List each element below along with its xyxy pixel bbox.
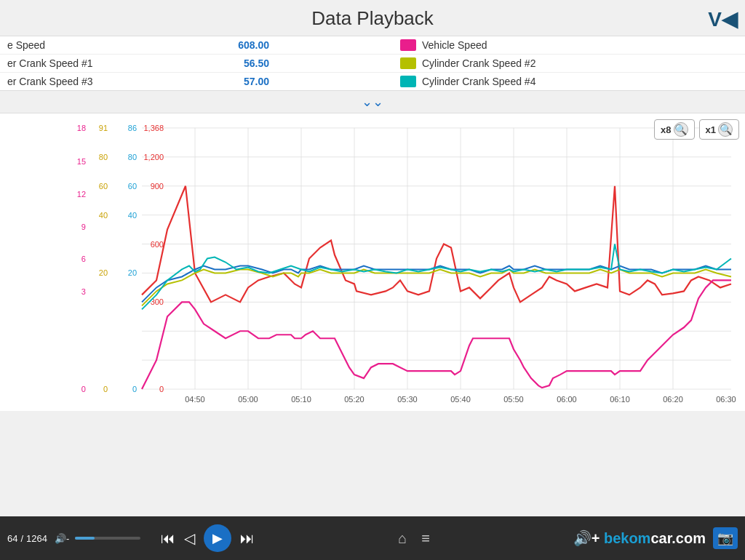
skip-fwd-button[interactable]: ⏭: [240, 530, 255, 547]
svg-text:05:30: 05:30: [397, 395, 417, 404]
svg-text:20: 20: [128, 268, 137, 277]
svg-text:06:10: 06:10: [610, 395, 629, 404]
svg-text:05:20: 05:20: [344, 395, 364, 404]
legend-right-2: Cylinder Crank Speed #2: [400, 57, 535, 69]
svg-text:91: 91: [99, 124, 108, 132]
progress-bar-container[interactable]: [75, 537, 140, 540]
svg-text:12: 12: [77, 190, 86, 199]
zoom-x8-icon: 🔍: [674, 122, 688, 137]
legend-value-3: 57.00: [211, 76, 269, 87]
legend-right-1: Vehicle Speed: [400, 39, 487, 51]
playback-counter: 64 / 1264 🔊-: [7, 533, 69, 544]
data-legend: e Speed 608.00 Vehicle Speed er Crank Sp…: [0, 36, 745, 91]
skip-back-button[interactable]: ⏮: [161, 530, 175, 547]
svg-text:900: 900: [151, 182, 164, 191]
svg-text:05:50: 05:50: [503, 395, 523, 404]
app-header: Data Playback V◀: [0, 0, 745, 36]
svg-text:06:30: 06:30: [716, 395, 736, 404]
legend-label-1: e Speed: [7, 39, 211, 51]
page-title: Data Playback: [311, 7, 434, 29]
chart-svg: 86 80 60 40 20 0 91 80 60 40 20 0 18 15 …: [0, 113, 745, 411]
right-section: 🔊+ bekomcar.com 📷: [573, 527, 738, 549]
legend-left-1: e Speed 608.00: [7, 39, 371, 51]
svg-text:0: 0: [103, 385, 108, 393]
svg-text:600: 600: [151, 240, 164, 249]
zoom-x8-button[interactable]: x8 🔍: [654, 119, 694, 140]
volume-icon: 🔊-: [55, 533, 69, 544]
svg-text:18: 18: [77, 124, 86, 132]
zoom-controls: x8 🔍 x1 🔍: [654, 119, 739, 140]
svg-text:0: 0: [132, 385, 137, 393]
svg-text:60: 60: [128, 182, 137, 191]
legend-right-label-1: Vehicle Speed: [422, 39, 487, 51]
home-icon[interactable]: ⌂: [398, 530, 407, 547]
svg-text:05:00: 05:00: [238, 395, 258, 404]
bottom-toolbar: 64 / 1264 🔊- ⏮ ◁ ▶ ⏭ ⌂ ≡ 🔊+ bekomcar.com…: [0, 516, 745, 560]
collapse-icon[interactable]: ⌄⌄: [362, 95, 383, 109]
svg-text:1,200: 1,200: [144, 153, 164, 161]
prev-button[interactable]: ◁: [184, 529, 195, 547]
zoom-x1-button[interactable]: x1 🔍: [699, 119, 739, 140]
legend-right-label-2: Cylinder Crank Speed #2: [422, 57, 535, 69]
legend-left-3: er Crank Speed #3 57.00: [7, 76, 371, 87]
svg-text:20: 20: [99, 268, 108, 277]
color-swatch-1: [400, 39, 416, 51]
legend-value-1: 608.00: [211, 39, 269, 51]
svg-text:05:10: 05:10: [291, 395, 311, 404]
svg-text:9: 9: [81, 223, 86, 231]
svg-text:40: 40: [128, 211, 137, 220]
playback-controls: ⏮ ◁ ▶ ⏭: [161, 524, 255, 552]
svg-text:0: 0: [159, 385, 164, 393]
legend-left-2: er Crank Speed #1 56.50: [7, 57, 371, 69]
svg-text:40: 40: [99, 211, 108, 220]
total-frames: 1264: [26, 533, 47, 544]
legend-right-label-3: Cylinder Crank Speed #4: [422, 76, 535, 87]
brand-name: bekom: [604, 530, 650, 546]
progress-bar-fill: [75, 537, 95, 540]
svg-text:0: 0: [81, 385, 86, 393]
legend-row-3: er Crank Speed #3 57.00 Cylinder Crank S…: [0, 73, 745, 90]
color-swatch-2: [400, 57, 416, 69]
camera-icon: 📷: [713, 527, 738, 549]
menu-icon[interactable]: ≡: [421, 530, 430, 547]
legend-row-2: er Crank Speed #1 56.50 Cylinder Crank S…: [0, 55, 745, 73]
svg-text:06:00: 06:00: [557, 395, 576, 404]
position-separator: /: [20, 533, 23, 544]
current-position: 64: [7, 533, 17, 544]
zoom-x1-icon: 🔍: [718, 122, 733, 137]
svg-text:04:50: 04:50: [185, 395, 204, 404]
legend-value-2: 56.50: [211, 57, 269, 69]
play-button[interactable]: ▶: [204, 524, 231, 552]
svg-text:80: 80: [99, 153, 108, 161]
brand-text: 🔊+ bekomcar.com: [573, 529, 706, 547]
svg-text:1,368: 1,368: [144, 124, 164, 132]
svg-text:15: 15: [77, 157, 86, 166]
svg-text:05:40: 05:40: [450, 395, 470, 404]
logo: V◀: [708, 7, 738, 31]
zoom-x8-label: x8: [661, 124, 671, 135]
center-controls: ⌂ ≡: [255, 530, 573, 547]
svg-text:06:20: 06:20: [663, 395, 682, 404]
legend-row-1: e Speed 608.00 Vehicle Speed: [0, 36, 745, 55]
legend-label-3: er Crank Speed #3: [7, 76, 211, 87]
collapse-bar[interactable]: ⌄⌄: [0, 91, 745, 113]
color-swatch-3: [400, 76, 416, 87]
legend-right-3: Cylinder Crank Speed #4: [400, 76, 535, 87]
svg-text:3: 3: [81, 287, 86, 296]
svg-text:80: 80: [128, 153, 137, 161]
legend-label-2: er Crank Speed #1: [7, 57, 211, 69]
svg-text:86: 86: [128, 124, 137, 132]
svg-text:6: 6: [81, 255, 86, 264]
zoom-x1-label: x1: [706, 124, 716, 135]
chart-area: x8 🔍 x1 🔍 8: [0, 113, 745, 411]
svg-text:60: 60: [99, 182, 108, 191]
